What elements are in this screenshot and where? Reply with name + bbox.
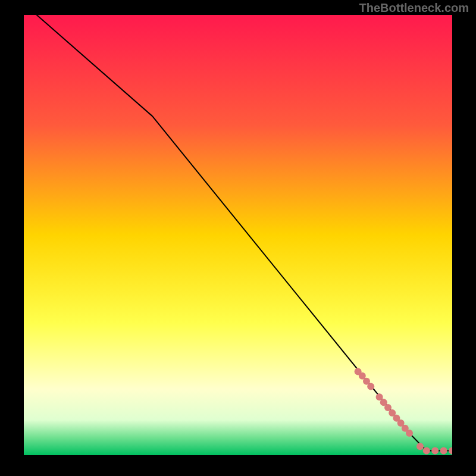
svg-point-4 xyxy=(367,383,374,390)
svg-point-12 xyxy=(406,430,413,437)
watermark-text: TheBottleneck.com xyxy=(359,1,469,15)
svg-point-13 xyxy=(416,443,424,450)
chart-plot-area xyxy=(24,15,452,455)
chart-marker-layer xyxy=(24,15,452,455)
svg-point-16 xyxy=(440,447,447,455)
svg-point-14 xyxy=(423,447,430,455)
chart-frame: TheBottleneck.com xyxy=(0,0,476,476)
svg-point-17 xyxy=(449,447,452,455)
svg-point-15 xyxy=(431,447,439,455)
